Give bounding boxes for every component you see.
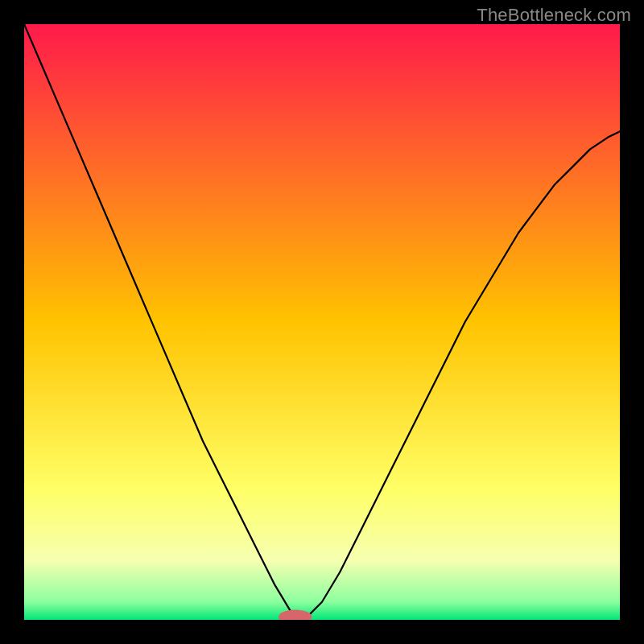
watermark-label: TheBottleneck.com: [477, 5, 631, 26]
bottleneck-chart: [24, 24, 620, 620]
gradient-bg: [24, 24, 620, 620]
chart-frame: TheBottleneck.com: [0, 0, 644, 644]
